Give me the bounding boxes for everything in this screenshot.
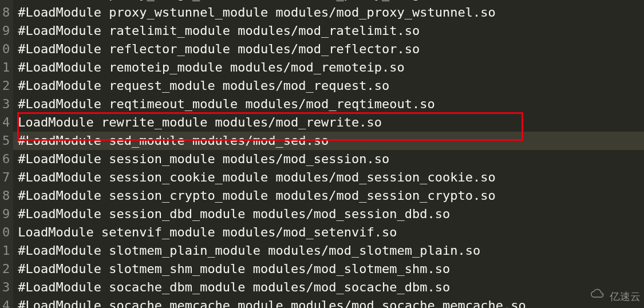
code-editor[interactable]: 789012345678901234 #LoadModule proxy_uws… (0, 0, 644, 308)
code-line[interactable]: LoadModule setenvif_module modules/mod_s… (18, 223, 644, 242)
line-number: 2 (2, 77, 10, 95)
code-line[interactable]: #LoadModule remoteip_module modules/mod_… (18, 58, 644, 77)
line-number: 4 (2, 113, 10, 132)
code-line[interactable]: #LoadModule ratelimit_module modules/mod… (18, 22, 644, 40)
code-content-area[interactable]: #LoadModule proxy_uwsgi_module modules/m… (13, 0, 644, 308)
code-line[interactable]: #LoadModule reqtimeout_module modules/mo… (18, 95, 644, 113)
watermark: 亿速云 (589, 287, 641, 306)
line-number: 1 (2, 58, 10, 77)
svg-point-0 (602, 294, 603, 295)
line-number: 6 (2, 150, 10, 168)
line-number: 4 (2, 297, 10, 308)
line-number: 5 (2, 132, 10, 150)
line-number: 2 (2, 260, 10, 278)
code-line[interactable]: #LoadModule session_cookie_module module… (18, 168, 644, 187)
watermark-text: 亿速云 (610, 287, 641, 306)
line-number: 3 (2, 95, 10, 113)
line-number: 7 (2, 168, 10, 187)
line-number: 3 (2, 278, 10, 297)
line-number-gutter: 789012345678901234 (0, 0, 13, 308)
code-line[interactable]: #LoadModule socache_memcache_module modu… (18, 297, 644, 308)
code-line[interactable]: #LoadModule socache_dbm_module modules/m… (18, 278, 644, 297)
code-line[interactable]: #LoadModule session_module modules/mod_s… (18, 150, 644, 168)
code-line[interactable]: #LoadModule proxy_wstunnel_module module… (18, 3, 644, 22)
line-number: 9 (2, 205, 10, 223)
line-number: 8 (2, 3, 10, 22)
code-line[interactable]: #LoadModule session_crypto_module module… (18, 187, 644, 205)
code-line[interactable]: #LoadModule slotmem_plain_module modules… (18, 242, 644, 260)
line-number: 0 (2, 223, 10, 242)
code-line[interactable]: #LoadModule slotmem_shm_module modules/m… (18, 260, 644, 278)
line-number: 0 (2, 40, 10, 58)
code-line[interactable]: LoadModule rewrite_module modules/mod_re… (18, 113, 644, 132)
code-line[interactable]: #LoadModule reflector_module modules/mod… (18, 40, 644, 58)
code-line[interactable]: #LoadModule request_module modules/mod_r… (18, 77, 644, 95)
line-number: 8 (2, 187, 10, 205)
code-line[interactable]: #LoadModule session_dbd_module modules/m… (18, 205, 644, 223)
line-number: 9 (2, 22, 10, 40)
line-number: 1 (2, 242, 10, 260)
cloud-icon (589, 287, 606, 306)
